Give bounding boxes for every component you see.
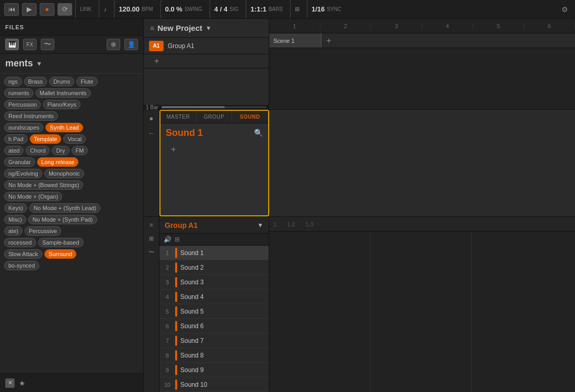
- wave-icon-btn[interactable]: 〜: [41, 39, 54, 50]
- speaker-icon[interactable]: 🔊: [164, 236, 171, 243]
- globe-icon-btn[interactable]: ⊕: [107, 39, 120, 50]
- rewind-button[interactable]: ⏮: [4, 3, 19, 16]
- sound-row-4[interactable]: 4 Sound 4: [159, 290, 269, 304]
- tag-vocal[interactable]: Vocal: [63, 134, 86, 144]
- sound-row-9[interactable]: 9 Sound 9: [159, 363, 269, 377]
- grid-icon[interactable]: ⊞: [146, 233, 157, 244]
- add-group-button[interactable]: +: [149, 54, 164, 67]
- tag-chord[interactable]: Chord: [26, 146, 50, 155]
- tag-dry[interactable]: Dry: [52, 146, 69, 155]
- tag-row-14: ate) Percussive: [4, 226, 139, 236]
- sound-name-4: Sound 4: [180, 293, 204, 301]
- sound-search-icon[interactable]: 🔍: [254, 129, 263, 137]
- tag-slow-attack[interactable]: Slow Attack: [4, 249, 42, 259]
- tag-processed[interactable]: rocessed: [4, 238, 36, 247]
- sound-num-7: 7: [163, 338, 172, 344]
- bpm-section[interactable]: 120.00 BPM: [114, 0, 157, 18]
- project-scrollbar[interactable]: 1 Bar: [144, 105, 269, 109]
- sound-num-1: 1: [163, 250, 172, 256]
- loop-button[interactable]: ⟳: [58, 3, 72, 16]
- project-title: New Project: [157, 24, 202, 32]
- grid-dots-icon[interactable]: ⊞: [175, 236, 180, 243]
- tab-sound[interactable]: SOUND: [232, 111, 268, 123]
- instruments-header: ments ▼: [0, 54, 143, 74]
- tag-row-13: Misc) No Mode + (Synth Pad): [4, 215, 139, 224]
- instruments-label: ments: [5, 58, 33, 69]
- list-icon[interactable]: ≡: [146, 219, 157, 230]
- tag-ate[interactable]: ate): [4, 226, 22, 236]
- tab-master[interactable]: MASTER: [160, 111, 197, 123]
- instruments-dropdown-arrow[interactable]: ▼: [36, 60, 42, 67]
- tag-ruments[interactable]: ruments: [4, 88, 33, 98]
- tag-mallet[interactable]: Mallet Instruments: [36, 88, 91, 98]
- sound-row-6[interactable]: 6 Sound 6: [159, 319, 269, 333]
- bars-section[interactable]: 1:1:1 BARS: [246, 0, 287, 18]
- sync-section[interactable]: 1/16 SYNC: [307, 0, 346, 18]
- tag-pad[interactable]: h Pad: [4, 134, 28, 144]
- piano-icon-btn[interactable]: 🎹: [5, 39, 19, 50]
- group-grid-body: [269, 232, 575, 392]
- add-sound-button[interactable]: +: [166, 143, 181, 156]
- power-icon[interactable]: ●: [146, 113, 157, 124]
- tag-synth-pad-mode[interactable]: No Mode + (Synth Pad): [28, 215, 97, 224]
- sound-color-bar-3: [175, 277, 177, 287]
- add-scene-button[interactable]: +: [321, 33, 336, 48]
- scene-1-cell[interactable]: Scene 1: [269, 33, 321, 48]
- tag-percussive[interactable]: Percussive: [25, 226, 61, 236]
- fx-icon-btn[interactable]: FX: [23, 39, 37, 50]
- horizontal-scrollbar-thumb[interactable]: [162, 106, 225, 108]
- tag-flute[interactable]: Flute: [76, 77, 97, 86]
- sound-row-10[interactable]: 10 Sound 10: [159, 377, 269, 392]
- sound-num-5: 5: [163, 308, 172, 315]
- tab-group[interactable]: GROUP: [197, 111, 233, 123]
- tag-evolving[interactable]: ng/Evolving: [4, 169, 42, 178]
- tag-piano-keys[interactable]: Piano/Keys: [43, 100, 80, 109]
- tag-long-release[interactable]: Long release: [37, 157, 79, 167]
- back-icon[interactable]: ←: [146, 128, 157, 139]
- tag-granular[interactable]: Granular: [4, 157, 35, 167]
- tag-keys[interactable]: Keys): [4, 203, 27, 213]
- sound-name-row: Sound 1 🔍: [160, 123, 268, 143]
- group-dropdown-arrow[interactable]: ▼: [257, 222, 263, 229]
- star-button[interactable]: ★: [19, 379, 26, 387]
- tag-template[interactable]: Template: [30, 134, 62, 144]
- tag-brass[interactable]: Brass: [24, 77, 47, 86]
- tag-reed[interactable]: Reed Instruments: [4, 111, 58, 121]
- tag-synth-lead-mode[interactable]: No Mode + (Synth Lead): [29, 203, 100, 213]
- tag-ngs[interactable]: ngs: [4, 77, 22, 86]
- swing-section[interactable]: 0.0 % SWING: [160, 0, 206, 18]
- sound-row-3[interactable]: 3 Sound 3: [159, 275, 269, 290]
- tag-sample-based[interactable]: Sample-based: [38, 238, 84, 247]
- files-label: FILES: [5, 24, 24, 30]
- close-button[interactable]: ✕: [5, 378, 15, 388]
- tag-bo-synced[interactable]: bo-synced: [4, 261, 39, 270]
- tag-surround[interactable]: Surround: [44, 249, 76, 259]
- sig-section[interactable]: 4 / 4 SIG: [210, 0, 243, 18]
- project-dropdown-arrow[interactable]: ▼: [205, 25, 212, 32]
- center-panel: ≡ New Project ▼ A1 Group A1 + 1 Bar: [144, 19, 575, 392]
- scene-row: Scene 1 +: [269, 33, 575, 48]
- sound-row-5[interactable]: 5 Sound 5: [159, 304, 269, 319]
- tag-fm[interactable]: FM: [72, 146, 88, 155]
- sound-row-2[interactable]: 2 Sound 2: [159, 260, 269, 275]
- user-icon-btn[interactable]: 👤: [124, 39, 138, 50]
- tag-soundscapes[interactable]: oundscapes: [4, 123, 43, 132]
- tag-monophonic[interactable]: Monophonic: [44, 169, 84, 178]
- group-grid-header: 1 1.2 1.3: [269, 217, 575, 232]
- tag-percussion[interactable]: Percussion: [4, 100, 41, 109]
- horizontal-scrollbar-track[interactable]: [162, 106, 267, 108]
- tag-bowed-strings[interactable]: No Mode + (Bowed Strings): [4, 180, 83, 190]
- wave-detail-icon[interactable]: 〜: [146, 246, 157, 258]
- tag-organ[interactable]: No Mode + (Organ): [4, 192, 62, 201]
- sound-row-1[interactable]: 1 Sound 1: [159, 246, 269, 260]
- record-button[interactable]: ●: [40, 3, 54, 16]
- settings-button[interactable]: ⚙: [558, 3, 571, 16]
- sound-row-7[interactable]: 7 Sound 7: [159, 333, 269, 348]
- tag-synth-lead[interactable]: Synth Lead: [45, 123, 83, 132]
- sound-name-3: Sound 3: [180, 279, 204, 286]
- play-button[interactable]: ▶: [22, 3, 37, 16]
- tag-ated[interactable]: ated: [4, 146, 24, 155]
- tag-drums[interactable]: Drums: [49, 77, 74, 86]
- sound-row-8[interactable]: 8 Sound 8: [159, 348, 269, 363]
- tag-misc[interactable]: Misc): [4, 215, 26, 224]
